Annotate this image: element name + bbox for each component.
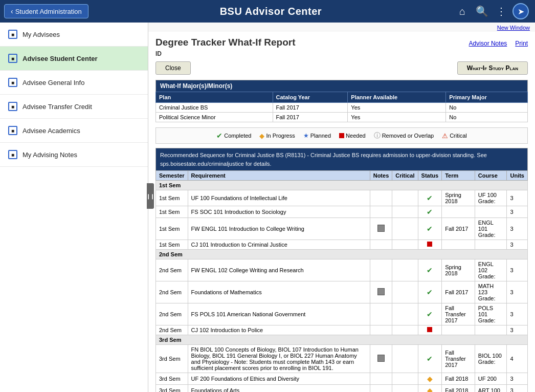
tracker-notes <box>370 206 392 218</box>
legend-bar: ✔ Completed ◆ In Progress ★ Planned Need… <box>155 127 528 144</box>
tracker-status: ✔ <box>418 345 442 373</box>
print-link[interactable]: Print <box>515 40 528 47</box>
whatif-col-primary: Primary Major <box>446 92 528 103</box>
check-icon: ✔ <box>216 132 222 140</box>
tracker-requirement: FW ENGL 102 College Writing and Research <box>188 259 370 281</box>
sidebar: ■ My Advisees ■ Advisee Student Center ■… <box>0 23 148 392</box>
tracker-col-critical: Critical <box>392 171 418 181</box>
sem-group-label: 1st Sem <box>156 181 528 190</box>
sidebar-item-advisee-transfer-credit[interactable]: ■ Advisee Transfer Credit <box>0 95 148 119</box>
tracker-table: Semester Requirement Notes Critical Stat… <box>155 170 528 392</box>
advisor-notes-link[interactable]: Advisor Notes <box>469 40 507 47</box>
sidebar-collapse-handle[interactable]: ❙❙ <box>147 183 154 209</box>
status-check-icon: ✔ <box>427 310 433 318</box>
tracker-notes <box>370 345 392 373</box>
legend-planned: ★ Planned <box>303 132 331 139</box>
search-button[interactable]: 🔍 <box>473 2 491 20</box>
tracker-status <box>418 240 442 250</box>
tracker-term: Fall 2018 <box>442 373 475 385</box>
tracker-row: 1st Sem UF 100 Foundations of Intellectu… <box>156 190 528 206</box>
tracker-requirement: CJ 101 Introduction to Criminal Justice <box>188 240 370 250</box>
whatif-plan: Criminal Justice BS <box>156 103 273 113</box>
tracker-requirement: Foundations of Arts <box>188 385 370 393</box>
sidebar-item-my-advising-notes[interactable]: ■ My Advising Notes <box>0 143 148 167</box>
tracker-status <box>418 325 442 335</box>
tracker-notes <box>370 259 392 281</box>
sidebar-item-my-advisees[interactable]: ■ My Advisees <box>0 23 148 47</box>
sidebar-item-advisee-student-center[interactable]: ■ Advisee Student Center <box>0 47 148 71</box>
tracker-col-units: Units <box>507 171 528 181</box>
tracker-status: ◆ <box>418 385 442 393</box>
tracker-col-requirement: Requirement <box>188 171 370 181</box>
sidebar-icon-my-advisees: ■ <box>8 30 17 39</box>
notes-icon[interactable] <box>377 355 385 362</box>
tracker-term: Spring 2018 <box>442 190 475 206</box>
tracker-col-term: Term <box>442 171 475 181</box>
tracker-critical <box>392 190 418 206</box>
whatif-planner: Yes <box>348 113 446 122</box>
new-window-link[interactable]: New Window <box>148 23 535 32</box>
nav-circle-icon: ➤ <box>512 3 529 19</box>
tracker-status: ✔ <box>418 303 442 325</box>
tracker-critical <box>392 218 418 240</box>
tracker-units: 3 <box>507 218 528 240</box>
main-layout: ■ My Advisees ■ Advisee Student Center ■… <box>0 23 535 392</box>
tracker-critical <box>392 345 418 373</box>
square-icon <box>339 133 344 138</box>
tracker-semester: 3rd Sem <box>156 373 188 385</box>
sem-group-label: 2nd Sem <box>156 250 528 259</box>
report-header-row: Degree Tracker What-If Report Advisor No… <box>155 37 528 48</box>
whatif-section-title: What-If Major(s)/Minor(s) <box>155 80 528 92</box>
whatif-button[interactable]: What-If Study Plan <box>457 61 528 75</box>
tracker-row: 2nd Sem FS POLS 101 American National Go… <box>156 303 528 325</box>
home-button[interactable]: ⌂ <box>453 2 472 20</box>
sidebar-item-advisee-academics[interactable]: ■ Advisee Academics <box>0 119 148 143</box>
whatif-primary: No <box>446 113 528 122</box>
whatif-table: Plan Catalog Year Planner Available Prim… <box>155 92 528 122</box>
whatif-col-planner: Planner Available <box>348 92 446 103</box>
tracker-units: 3 <box>507 240 528 250</box>
header-title: BSU Advisor Center <box>88 6 453 17</box>
sidebar-label-advisee-general-info: Advisee General Info <box>23 79 84 86</box>
whatif-plan: Political Science Minor <box>156 113 273 122</box>
tracker-course: ART 100 <box>475 385 507 393</box>
home-icon: ⌂ <box>459 6 465 17</box>
tracker-term: Fall Transfer 2017 <box>442 345 475 373</box>
sidebar-icon-my-advising-notes: ■ <box>8 150 17 159</box>
tracker-notes <box>370 240 392 250</box>
tracker-notes <box>370 303 392 325</box>
tracker-semester: 2nd Sem <box>156 325 188 335</box>
more-button[interactable]: ⋮ <box>492 2 510 20</box>
back-button[interactable]: ‹ Student Administration <box>4 4 88 18</box>
notes-icon[interactable] <box>377 288 385 295</box>
legend-completed: ✔ Completed <box>216 132 251 140</box>
navigate-button[interactable]: ➤ <box>511 2 530 20</box>
tracker-row: 1st Sem FW ENGL 101 Introduction to Coll… <box>156 218 528 240</box>
content-area: New Window Degree Tracker What-If Report… <box>148 23 535 392</box>
tracker-row: 2nd Sem Foundations of Mathematics ✔ Fal… <box>156 281 528 303</box>
tracker-semester: 2nd Sem <box>156 259 188 281</box>
tracker-semester: 3rd Sem <box>156 345 188 373</box>
tracker-units: 3 <box>507 385 528 393</box>
tracker-notes <box>370 218 392 240</box>
tracker-units: 3 <box>507 303 528 325</box>
tracker-row: 2nd Sem FW ENGL 102 College Writing and … <box>156 259 528 281</box>
chevron-left-icon: ‹ <box>11 7 13 15</box>
tracker-course: ENGL 101 Grade: <box>475 218 507 240</box>
sidebar-icon-advisee-transfer-credit: ■ <box>8 102 17 111</box>
tracker-requirement: FN BIOL 100 Concepts of Biology, BIOL 10… <box>188 345 370 373</box>
sidebar-item-advisee-general-info[interactable]: ■ Advisee General Info <box>0 71 148 95</box>
close-button[interactable]: Close <box>155 61 191 75</box>
tracker-units: 4 <box>507 345 528 373</box>
legend-critical: ⚠ Critical <box>442 132 467 140</box>
whatif-col-plan: Plan <box>156 92 273 103</box>
tracker-sem-header: 3rd Sem <box>156 335 528 345</box>
whatif-row: Political Science Minor Fall 2017 Yes No <box>156 113 528 122</box>
tracker-status: ✔ <box>418 281 442 303</box>
report-id-row: ID <box>155 50 528 57</box>
notes-icon[interactable] <box>377 225 385 232</box>
tracker-semester: 1st Sem <box>156 190 188 206</box>
rec-header: Recommended Sequence for Criminal Justic… <box>155 148 528 170</box>
tracker-requirement: UF 200 Foundations of Ethics and Diversi… <box>188 373 370 385</box>
tracker-row: 1st Sem CJ 101 Introduction to Criminal … <box>156 240 528 250</box>
